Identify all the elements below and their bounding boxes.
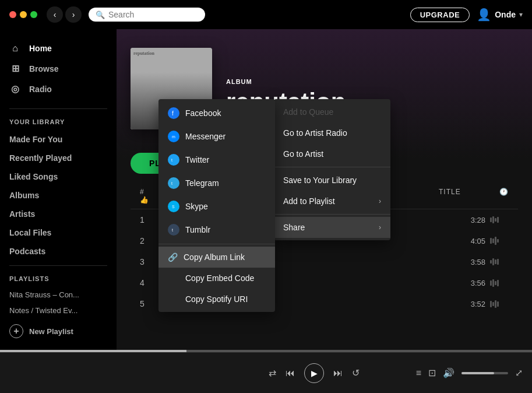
content-area: reputation ALBUM reputation By Taylor Sw… bbox=[117, 29, 532, 352]
messenger-label: Messenger bbox=[185, 132, 226, 141]
menu-item-go-to-artist-radio[interactable]: Go to Artist Radio bbox=[274, 122, 390, 143]
sidebar-item-home[interactable]: ⌂ Home bbox=[0, 38, 117, 58]
telegram-label: Telegram bbox=[185, 178, 219, 188]
volume-icon[interactable]: 🔊 bbox=[443, 367, 455, 378]
play-pause-button[interactable]: ▶ bbox=[304, 363, 324, 383]
sidebar-divider-2 bbox=[9, 265, 107, 266]
sidebar-playlist-2[interactable]: Notes / Twisted Ev... bbox=[0, 303, 117, 318]
sidebar-playlist-1[interactable]: Nita Strauss – Con... bbox=[0, 287, 117, 303]
radio-icon: ◎ bbox=[9, 83, 21, 94]
sidebar-divider-1 bbox=[9, 108, 107, 109]
chevron-right-share-icon: › bbox=[379, 223, 381, 231]
share-messenger[interactable]: m Messenger bbox=[158, 125, 275, 148]
browse-icon: ⊞ bbox=[9, 63, 21, 74]
copy-embed-code-button[interactable]: Copy Embed Code bbox=[158, 268, 275, 289]
sidebar-local-files-label: Local Files bbox=[9, 228, 51, 237]
sidebar-liked-songs-label: Liked Songs bbox=[9, 172, 58, 181]
upgrade-button[interactable]: UPGRADE bbox=[410, 8, 470, 22]
shuffle-button[interactable]: ⇄ bbox=[269, 367, 276, 378]
svg-text:m: m bbox=[172, 135, 175, 139]
queue-button[interactable]: ≡ bbox=[416, 368, 421, 378]
chevron-down-icon: ▾ bbox=[519, 10, 523, 19]
back-button[interactable]: ‹ bbox=[47, 6, 63, 23]
context-menu-overlay: Add to Queue Go to Artist Radio Go to Ar… bbox=[117, 29, 532, 352]
telegram-icon: t bbox=[168, 177, 179, 189]
twitter-label: Twitter bbox=[185, 155, 209, 164]
sidebar-item-browse-label: Browse bbox=[29, 64, 59, 73]
progress-bar-container[interactable] bbox=[0, 350, 532, 352]
search-icon: 🔍 bbox=[96, 10, 105, 19]
twitter-icon: t bbox=[168, 154, 179, 166]
copy-embed-code-label: Copy Embed Code bbox=[185, 273, 254, 283]
sidebar-item-radio[interactable]: ◎ Radio bbox=[0, 79, 117, 99]
share-tumblr[interactable]: t Tumblr bbox=[158, 218, 275, 241]
expand-button[interactable]: ⤢ bbox=[515, 367, 523, 378]
go-to-artist-radio-label: Go to Artist Radio bbox=[283, 128, 347, 138]
maximize-button[interactable] bbox=[30, 11, 37, 18]
nav-arrows: ‹ › bbox=[47, 6, 82, 23]
volume-fill bbox=[461, 372, 494, 374]
svg-text:f: f bbox=[172, 110, 174, 116]
search-input[interactable] bbox=[108, 10, 198, 19]
new-playlist-button[interactable]: + New Playlist bbox=[0, 318, 117, 344]
share-label: Share bbox=[283, 223, 305, 232]
save-to-library-label: Save to Your Library bbox=[283, 176, 357, 185]
sidebar-artists-label: Artists bbox=[9, 209, 35, 219]
user-menu[interactable]: 👤 Onde ▾ bbox=[477, 8, 523, 22]
minimize-button[interactable] bbox=[20, 11, 27, 18]
sidebar-item-albums[interactable]: Albums bbox=[0, 186, 117, 205]
menu-item-add-to-playlist[interactable]: Add to Playlist › bbox=[274, 191, 390, 212]
facebook-icon: f bbox=[168, 107, 179, 119]
search-bar[interactable]: 🔍 bbox=[89, 8, 205, 22]
volume-bar[interactable] bbox=[461, 372, 508, 374]
close-button[interactable] bbox=[9, 11, 16, 18]
svg-text:S: S bbox=[172, 205, 175, 209]
user-icon: 👤 bbox=[477, 8, 491, 22]
share-telegram[interactable]: t Telegram bbox=[158, 171, 275, 195]
sidebar-item-recently-played[interactable]: Recently Played bbox=[0, 149, 117, 167]
new-playlist-label: New Playlist bbox=[29, 327, 73, 336]
sidebar-item-artists[interactable]: Artists bbox=[0, 205, 117, 223]
devices-button[interactable]: ⊡ bbox=[428, 367, 436, 378]
link-icon: 🔗 bbox=[168, 252, 178, 262]
svg-rect-9 bbox=[170, 226, 177, 233]
sidebar-item-local-files[interactable]: Local Files bbox=[0, 223, 117, 242]
share-skype[interactable]: S Skype bbox=[158, 195, 275, 218]
context-menu-separator-2 bbox=[274, 214, 390, 215]
context-menu-main: Add to Queue Go to Artist Radio Go to Ar… bbox=[274, 99, 390, 240]
sidebar-item-podcasts[interactable]: Podcasts bbox=[0, 242, 117, 261]
chevron-right-icon: › bbox=[379, 197, 381, 205]
skype-label: Skype bbox=[185, 202, 208, 211]
previous-button[interactable]: ⏮ bbox=[286, 368, 295, 378]
sidebar-item-browse[interactable]: ⊞ Browse bbox=[0, 58, 117, 79]
sidebar-item-liked-songs[interactable]: Liked Songs bbox=[0, 167, 117, 186]
repeat-button[interactable]: ↺ bbox=[352, 367, 360, 378]
next-button[interactable]: ⏭ bbox=[333, 368, 343, 378]
sidebar: ⌂ Home ⊞ Browse ◎ Radio YOUR LIBRARY Mad… bbox=[0, 29, 117, 352]
menu-item-save-to-library[interactable]: Save to Your Library bbox=[274, 170, 390, 191]
sidebar-item-made-for-you[interactable]: Made For You bbox=[0, 130, 117, 149]
copy-spotify-uri-label: Copy Spotify URI bbox=[185, 294, 248, 304]
copy-spotify-uri-button[interactable]: Copy Spotify URI bbox=[158, 289, 275, 310]
main-layout: ⌂ Home ⊞ Browse ◎ Radio YOUR LIBRARY Mad… bbox=[0, 29, 532, 352]
copy-album-link-button[interactable]: 🔗 Copy Album Link bbox=[158, 247, 275, 268]
sidebar-item-radio-label: Radio bbox=[29, 85, 52, 94]
context-menu-separator-1 bbox=[274, 167, 390, 167]
tumblr-icon: t bbox=[168, 224, 179, 236]
top-bar: ‹ › 🔍 UPGRADE 👤 Onde ▾ bbox=[0, 0, 532, 29]
skype-icon: S bbox=[168, 201, 179, 212]
sidebar-recently-played-label: Recently Played bbox=[9, 153, 72, 163]
tumblr-label: Tumblr bbox=[185, 225, 210, 234]
player-controls: ⇄ ⏮ ▶ ⏭ ↺ bbox=[213, 363, 416, 383]
sidebar-albums-label: Albums bbox=[9, 191, 39, 200]
right-controls: ≡ ⊡ 🔊 ⤢ bbox=[416, 367, 523, 378]
menu-item-go-to-artist[interactable]: Go to Artist bbox=[274, 143, 390, 164]
forward-button[interactable]: › bbox=[65, 6, 82, 23]
sidebar-item-home-label: Home bbox=[29, 44, 52, 53]
menu-item-share[interactable]: Share › bbox=[274, 217, 390, 238]
menu-item-add-to-queue[interactable]: Add to Queue bbox=[274, 101, 390, 122]
add-to-playlist-label: Add to Playlist bbox=[283, 196, 335, 206]
svg-text:t: t bbox=[171, 158, 172, 162]
share-facebook[interactable]: f Facebook bbox=[158, 101, 275, 125]
share-twitter[interactable]: t Twitter bbox=[158, 148, 275, 171]
